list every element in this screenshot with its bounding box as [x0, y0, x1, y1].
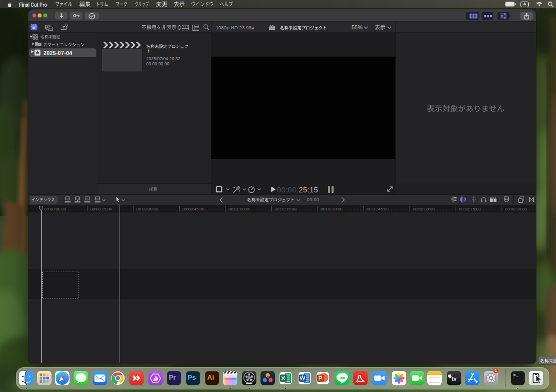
svg-text:00:01:00:00: 00:01:00:00 — [229, 207, 251, 211]
svg-text:00:02:30:00: 00:02:30:00 — [505, 207, 527, 211]
svg-text:00:02:00:00: 00:02:00:00 — [413, 207, 435, 211]
svg-text:00:00:45:00: 00:00:45:00 — [183, 207, 205, 211]
svg-text:00:02:15:00: 00:02:15:00 — [459, 207, 481, 211]
svg-text:tv: tv — [451, 376, 456, 382]
svg-text:00:01:15:00: 00:01:15:00 — [275, 207, 297, 211]
svg-text:00:00:15:00: 00:00:15:00 — [91, 207, 113, 211]
svg-text:00:00:00:00: 00:00:00:00 — [44, 207, 66, 211]
svg-text:00:01:30:00: 00:01:30:00 — [321, 207, 343, 211]
svg-text:LINE: LINE — [339, 377, 345, 380]
svg-text:00:00:30:00: 00:00:30:00 — [136, 207, 159, 211]
svg-text:00:01:45:00: 00:01:45:00 — [367, 207, 389, 211]
